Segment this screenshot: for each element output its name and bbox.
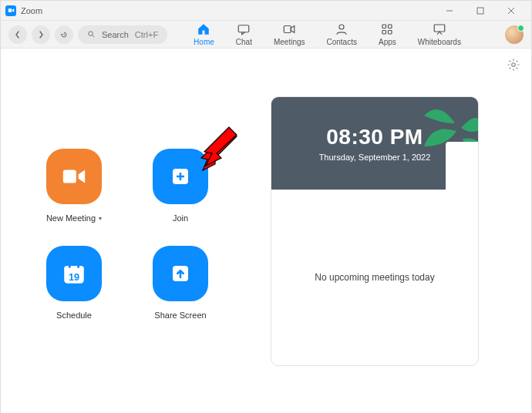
window-controls xyxy=(434,1,527,21)
action-tiles: New Meeting ▾ Join xyxy=(39,149,240,343)
chat-icon xyxy=(237,22,251,36)
nav-contacts-label: Contacts xyxy=(327,38,357,46)
svg-rect-8 xyxy=(284,26,291,33)
home-content: New Meeting ▾ Join xyxy=(1,49,531,413)
svg-point-9 xyxy=(339,25,344,29)
whiteboards-icon xyxy=(433,22,446,36)
svg-point-5 xyxy=(89,32,93,36)
nav-whiteboards[interactable]: Whiteboards xyxy=(415,22,464,46)
schedule-button[interactable]: 19 xyxy=(46,246,102,301)
nav-apps-label: Apps xyxy=(379,38,396,46)
svg-rect-11 xyxy=(389,25,392,29)
top-toolbar: Search Ctrl+F Home Chat Meetings Contact… xyxy=(1,21,531,49)
maximize-button[interactable] xyxy=(465,1,496,21)
main-nav: Home Chat Meetings Contacts Apps Whitebo… xyxy=(190,22,464,46)
search-label: Search xyxy=(102,30,129,39)
app-window: Zoom Search Ctrl+F Home xyxy=(0,0,532,413)
share-icon xyxy=(169,262,192,285)
join-label: Join xyxy=(173,213,188,223)
share-screen-label: Share Screen xyxy=(154,311,206,320)
video-icon xyxy=(61,163,87,190)
nav-apps[interactable]: Apps xyxy=(375,22,399,46)
settings-button[interactable] xyxy=(507,58,520,75)
svg-rect-7 xyxy=(239,25,250,32)
avatar[interactable] xyxy=(505,25,524,44)
nav-home[interactable]: Home xyxy=(190,22,217,46)
nav-whiteboards-label: Whiteboards xyxy=(418,38,461,46)
calendar-panel: 08:30 PM Thursday, September 1, 2022 No … xyxy=(271,96,479,366)
svg-rect-32 xyxy=(446,142,478,190)
nav-home-label: Home xyxy=(194,38,214,46)
calendar-empty-text: No upcoming meetings today xyxy=(315,272,434,283)
forward-button[interactable] xyxy=(32,25,50,44)
annotation-arrow-icon xyxy=(190,123,240,172)
meetings-icon xyxy=(282,22,296,36)
search-input[interactable]: Search Ctrl+F xyxy=(78,25,167,44)
back-button[interactable] xyxy=(8,25,27,44)
schedule-label: Schedule xyxy=(56,311,92,320)
share-screen-button[interactable] xyxy=(153,246,208,301)
svg-rect-14 xyxy=(434,25,445,32)
svg-rect-0 xyxy=(8,8,12,12)
search-shortcut: Ctrl+F xyxy=(135,30,158,39)
nav-chat[interactable]: Chat xyxy=(233,22,255,46)
new-meeting-button[interactable] xyxy=(46,149,102,204)
svg-line-6 xyxy=(93,35,94,37)
svg-rect-12 xyxy=(382,31,386,35)
svg-rect-10 xyxy=(382,25,386,29)
calendar-header: 08:30 PM Thursday, September 1, 2022 xyxy=(271,97,478,190)
apps-icon xyxy=(380,22,394,36)
calendar-body: No upcoming meetings today xyxy=(271,190,478,365)
nav-meetings-label: Meetings xyxy=(274,38,305,46)
titlebar: Zoom xyxy=(1,1,531,21)
close-button[interactable] xyxy=(496,1,527,21)
contacts-icon xyxy=(335,22,348,36)
history-button[interactable] xyxy=(55,25,73,44)
nav-meetings[interactable]: Meetings xyxy=(271,22,308,46)
svg-rect-23 xyxy=(77,264,79,268)
search-icon xyxy=(87,30,96,39)
svg-point-15 xyxy=(512,63,516,67)
svg-rect-2 xyxy=(477,8,483,14)
svg-rect-13 xyxy=(389,31,392,35)
svg-rect-22 xyxy=(69,264,71,268)
nav-contacts[interactable]: Contacts xyxy=(324,22,360,46)
window-title: Zoom xyxy=(21,6,42,15)
nav-chat-label: Chat xyxy=(236,38,252,46)
svg-text:19: 19 xyxy=(69,271,79,283)
svg-rect-16 xyxy=(63,170,76,183)
minimize-button[interactable] xyxy=(434,1,465,21)
new-meeting-label: New Meeting ▾ xyxy=(46,213,102,223)
chevron-down-icon[interactable]: ▾ xyxy=(99,215,102,222)
plus-icon xyxy=(169,165,192,188)
calendar-icon: 19 xyxy=(61,260,87,287)
app-icon xyxy=(5,5,16,16)
home-icon xyxy=(197,22,210,36)
plant-decoration xyxy=(401,97,478,190)
